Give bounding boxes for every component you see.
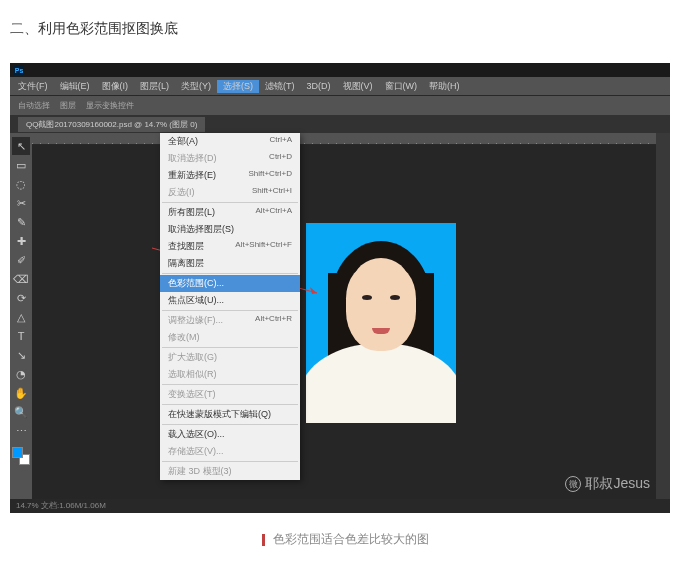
tool-13[interactable]: ✋ xyxy=(12,384,30,402)
photoshop-window: Ps 文件(F)编辑(E)图像(I)图层(L)类型(Y)选择(S)滤镜(T)3D… xyxy=(10,63,670,513)
canvas-area[interactable]: 全部(A)Ctrl+A取消选择(D)Ctrl+D重新选择(E)Shift+Ctr… xyxy=(32,133,670,513)
menu-6[interactable]: 滤镜(T) xyxy=(259,80,301,93)
tool-9[interactable]: △ xyxy=(12,308,30,326)
photoshop-logo-icon: Ps xyxy=(14,65,24,75)
menu-10[interactable]: 帮助(H) xyxy=(423,80,466,93)
menu-item-21[interactable]: 在快速蒙版模式下编辑(Q) xyxy=(160,406,300,423)
menu-3[interactable]: 图层(L) xyxy=(134,80,175,93)
tool-14[interactable]: 🔍 xyxy=(12,403,30,421)
tool-1[interactable]: ▭ xyxy=(12,156,30,174)
tool-6[interactable]: ✐ xyxy=(12,251,30,269)
menu-item-24: 存储选区(V)... xyxy=(160,443,300,460)
menu-9[interactable]: 窗口(W) xyxy=(379,80,424,93)
menu-item-2[interactable]: 重新选择(E)Shift+Ctrl+D xyxy=(160,167,300,184)
image-caption: 色彩范围适合色差比较大的图 xyxy=(10,531,680,548)
tool-12[interactable]: ◔ xyxy=(12,365,30,383)
menu-item-23[interactable]: 载入选区(O)... xyxy=(160,426,300,443)
document-tab-bar: QQ截图20170309160002.psd @ 14.7% (图层 0) xyxy=(10,115,670,133)
menu-item-26: 新建 3D 模型(3) xyxy=(160,463,300,480)
menu-item-0[interactable]: 全部(A)Ctrl+A xyxy=(160,133,300,150)
auto-select-label[interactable]: 自动选择 xyxy=(18,100,50,111)
menu-4[interactable]: 类型(Y) xyxy=(175,80,217,93)
menu-item-10[interactable]: 色彩范围(C)... xyxy=(160,275,300,292)
status-bar: 14.7% 文档:1.06M/1.06M xyxy=(10,499,670,513)
menu-item-11[interactable]: 焦点区域(U)... xyxy=(160,292,300,309)
select-menu-dropdown: 全部(A)Ctrl+A取消选择(D)Ctrl+D重新选择(E)Shift+Ctr… xyxy=(160,133,300,480)
menu-item-3: 反选(I)Shift+Ctrl+I xyxy=(160,184,300,201)
svg-marker-1 xyxy=(310,287,317,294)
tool-7[interactable]: ⌫ xyxy=(12,270,30,288)
menu-2[interactable]: 图像(I) xyxy=(96,80,135,93)
tool-5[interactable]: ✚ xyxy=(12,232,30,250)
menu-item-17: 选取相似(R) xyxy=(160,366,300,383)
menu-item-5[interactable]: 所有图层(L)Alt+Ctrl+A xyxy=(160,204,300,221)
menu-item-14: 修改(M) xyxy=(160,329,300,346)
menu-item-7[interactable]: 查找图层Alt+Shift+Ctrl+F xyxy=(160,238,300,255)
portrait-photo[interactable] xyxy=(306,223,456,423)
document-tab[interactable]: QQ截图20170309160002.psd @ 14.7% (图层 0) xyxy=(18,117,205,132)
ruler-horizontal xyxy=(32,133,670,145)
tool-11[interactable]: ↘ xyxy=(12,346,30,364)
menu-item-1: 取消选择(D)Ctrl+D xyxy=(160,150,300,167)
menu-1[interactable]: 编辑(E) xyxy=(54,80,96,93)
menu-8[interactable]: 视图(V) xyxy=(337,80,379,93)
menu-0[interactable]: 文件(F) xyxy=(12,80,54,93)
titlebar: Ps xyxy=(10,63,670,77)
menu-item-16: 扩大选取(G) xyxy=(160,349,300,366)
tool-0[interactable]: ↖ xyxy=(12,137,30,155)
watermark: 微 耶叔Jesus xyxy=(565,475,650,493)
menu-item-6[interactable]: 取消选择图层(S) xyxy=(160,221,300,238)
tool-4[interactable]: ✎ xyxy=(12,213,30,231)
tool-10[interactable]: T xyxy=(12,327,30,345)
menu-5[interactable]: 选择(S) xyxy=(217,80,259,93)
options-bar: 自动选择 图层 显示变换控件 xyxy=(10,95,670,115)
menu-item-8[interactable]: 隔离图层 xyxy=(160,255,300,272)
tool-3[interactable]: ✂ xyxy=(12,194,30,212)
menu-item-13: 调整边缘(F)...Alt+Ctrl+R xyxy=(160,312,300,329)
layer-selector[interactable]: 图层 xyxy=(60,100,76,111)
section-title: 二、利用色彩范围抠图换底 xyxy=(10,20,680,38)
weibo-icon: 微 xyxy=(565,476,581,492)
menubar: 文件(F)编辑(E)图像(I)图层(L)类型(Y)选择(S)滤镜(T)3D(D)… xyxy=(10,77,670,95)
panel-dock[interactable] xyxy=(656,133,670,513)
tool-8[interactable]: ⟳ xyxy=(12,289,30,307)
tool-2[interactable]: ◌ xyxy=(12,175,30,193)
menu-item-19: 变换选区(T) xyxy=(160,386,300,403)
color-swatches[interactable] xyxy=(12,447,30,465)
menu-7[interactable]: 3D(D) xyxy=(301,81,337,91)
tool-15[interactable]: ⋯ xyxy=(12,422,30,440)
tool-palette: ↖▭◌✂✎✚✐⌫⟳△T↘◔✋🔍⋯ xyxy=(10,133,32,513)
watermark-text: 耶叔Jesus xyxy=(585,475,650,493)
show-transform-checkbox[interactable]: 显示变换控件 xyxy=(86,100,134,111)
